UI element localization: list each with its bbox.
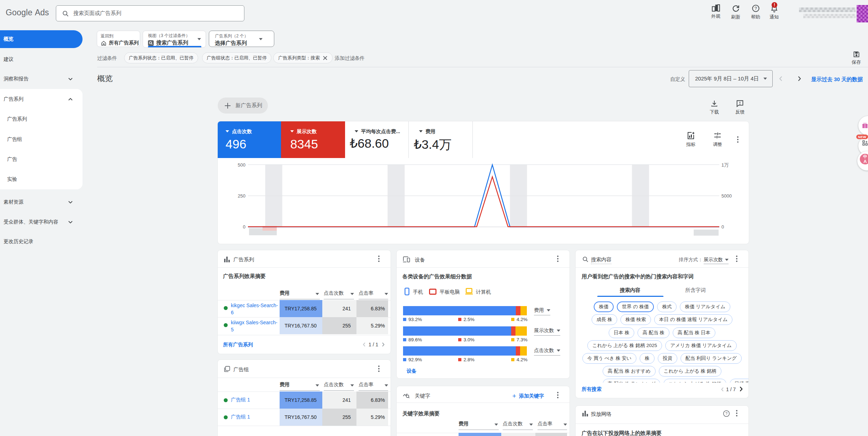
svg-text:?: ?	[725, 411, 727, 416]
svg-text:500: 500	[238, 162, 245, 168]
svg-text:?: ?	[755, 6, 757, 11]
svg-text:0: 0	[721, 224, 724, 230]
svg-text:5000: 5000	[721, 193, 732, 199]
svg-text:250: 250	[238, 193, 245, 199]
svg-text:1万: 1万	[721, 162, 729, 168]
svg-text:0: 0	[243, 224, 245, 230]
